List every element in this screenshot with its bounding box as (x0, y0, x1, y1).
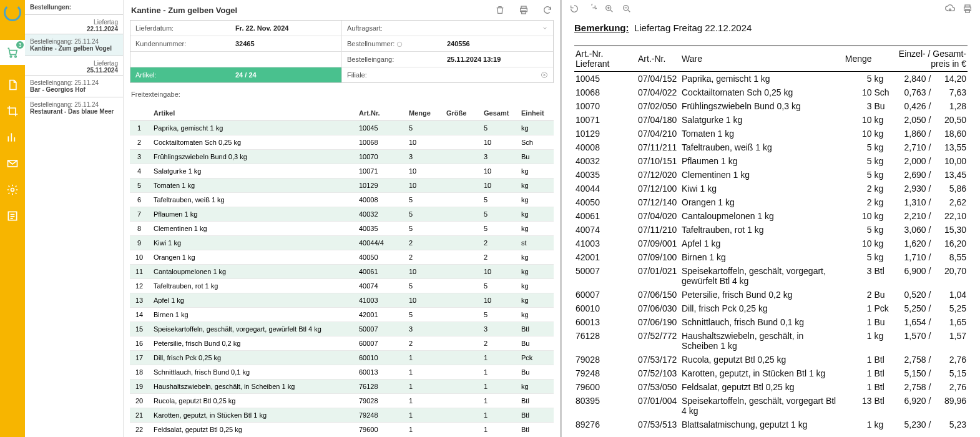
nav-rail: 3 (0, 0, 25, 437)
document-row: 4005007/12/140Orangen 1 kg2kg1,310 /2,62 (574, 195, 968, 209)
document-preview: Bemerkung: Liefertag Freitag 22.12.2024 … (562, 0, 980, 437)
crop-icon[interactable] (6, 105, 19, 117)
table-row[interactable]: 8Clementinen 1 kg4003555kg (130, 222, 554, 236)
table-row[interactable]: 1Paprika, gemischt 1 kg1004555kg (130, 121, 554, 135)
document-row: 5000707/01/021Speisekartoffeln, geschält… (574, 264, 968, 288)
table-row[interactable]: 7Pflaumen 1 kg4003255kg (130, 207, 554, 222)
bestellnummer-value: 240556 (442, 36, 553, 51)
table-row[interactable]: 9Kiwi 1 kg40044/422st (130, 236, 554, 250)
table-row[interactable]: 18Schnittlauch, frisch Bund 0,1 kg600131… (130, 365, 554, 380)
zoom-out-icon[interactable] (622, 4, 632, 14)
document-icon[interactable] (6, 79, 19, 91)
col-artikel: Artikel (149, 106, 354, 121)
cart-badge: 3 (16, 41, 24, 49)
col-artnr: Art.Nr. (354, 106, 404, 121)
app-logo-icon (4, 4, 21, 21)
order-item[interactable]: Bestelleingang: 25.11.24Bar - Georgios H… (25, 75, 123, 97)
col-idx (130, 106, 149, 121)
chevron-down-icon (542, 25, 548, 31)
line-items-table: Artikel Art.Nr. Menge Größe Gesamt Einhe… (130, 106, 554, 435)
print-preview-icon[interactable] (963, 4, 973, 14)
document-row: 1007107/04/180Salatgurke 1 kg10kg2,050 /… (574, 113, 968, 127)
print-icon[interactable] (519, 5, 529, 15)
document-row: 4006107/04/020Cantaloupmelonen 1 kg10kg2… (574, 209, 968, 223)
list-icon[interactable] (6, 210, 19, 222)
col-gesamt: Gesamt (479, 106, 516, 121)
document-row: 1012907/04/210Tomaten 1 kg10kg1,860 /18,… (574, 127, 968, 140)
document-row: 4200107/09/100Birnen 1 kg5kg1,710 /8,55 (574, 250, 968, 264)
mail-icon[interactable] (6, 157, 19, 170)
table-row[interactable]: 13Apfel 1 kg410031010kg (130, 293, 554, 308)
rotate-ccw-icon[interactable] (569, 4, 579, 14)
dcol-artnr: Art.-Nr. (637, 46, 680, 72)
nav-cart[interactable]: 3 (0, 40, 25, 65)
document-row: 6001007/06/030Dill, frisch Pck 0,25 kg1P… (574, 302, 968, 315)
document-row: 7960007/53/050Feldsalat, geputzt Btl 0,2… (574, 380, 968, 394)
gear-icon[interactable] (6, 184, 19, 196)
filiale-label: Filiale: (342, 67, 442, 82)
dcol-menge: Menge (842, 46, 873, 72)
info-icon (396, 41, 403, 47)
kundennummer-value: 32465 (230, 36, 341, 51)
document-row: 6000707/06/150Petersilie, frisch Bund 0,… (574, 288, 968, 302)
refresh-icon[interactable] (542, 5, 552, 15)
table-row[interactable]: 21Karotten, geputzt, in Stücken Btl 1 kg… (130, 408, 554, 423)
table-row[interactable]: 19Haushaltszwiebeln, geschält, in Scheib… (130, 380, 554, 394)
document-row: 4007407/11/210Tafeltrauben, rot 1 kg5kg3… (574, 223, 968, 237)
orders-header: Bestellungen: (25, 0, 123, 14)
document-row: 4004407/12/100Kiwi 1 kg2kg2,930 /5,86 (574, 182, 968, 195)
table-row[interactable]: 10Orangen 1 kg4005022kg (130, 250, 554, 265)
freitext-label[interactable]: Freitexteingabe: (131, 91, 552, 98)
order-item[interactable]: Bestelleingang: 25.11.24Kantine - Zum ge… (25, 34, 123, 56)
table-row[interactable]: 15Speisekartoffeln, geschält, vorgegart,… (130, 322, 554, 336)
document-table: Art.-Nr. Lieferant Art.-Nr. Ware Menge E… (574, 46, 968, 431)
rotate-cw-icon[interactable] (587, 4, 597, 14)
document-row: 1006807/04/022Cocktailtomaten Sch 0,25 k… (574, 86, 968, 99)
lieferdatum-label: Lieferdatum: (130, 21, 230, 36)
table-row[interactable]: 12Tafeltrauben, rot 1 kg4007455kg (130, 279, 554, 293)
col-einheit: Einheit (516, 106, 554, 121)
dcol-artnr-lieferant: Art.-Nr. Lieferant (574, 46, 637, 72)
table-row[interactable]: 2Cocktailtomaten Sch 0,25 kg100681010Sch (130, 135, 554, 150)
orders-group-header: Liefertag25.11.2024 (25, 56, 123, 75)
chart-icon[interactable] (6, 131, 19, 144)
trash-icon[interactable] (495, 5, 505, 15)
document-row: 7902807/53/172Rucola, geputzt Btl 0,25 k… (574, 353, 968, 366)
table-row[interactable]: 22Feldsalat, geputzt Btl 0,25 kg7960011B… (130, 423, 554, 435)
order-title: Kantine - Zum gelben Vogel (131, 6, 237, 15)
document-row: 7924807/52/103Karotten, geputzt, in Stüc… (574, 366, 968, 380)
document-row: 1004507/04/152Paprika, gemischt 1 kg5kg2… (574, 72, 968, 86)
document-row: 6001307/06/190Schnittlauch, frisch Bund … (574, 315, 968, 329)
auftragsart-select[interactable] (442, 21, 553, 36)
document-remark: Bemerkung: Liefertag Freitag 22.12.2024 (574, 22, 968, 33)
order-item[interactable]: Bestelleingang: 25.11.24Restaurant - Das… (25, 97, 123, 119)
lieferdatum-value[interactable]: Fr. 22. Nov. 2024 (230, 21, 341, 36)
table-row[interactable]: 4Salatgurke 1 kg100711010kg (130, 164, 554, 179)
table-row[interactable]: 3Frühlingszwiebeln Bund 0,3 kg1007033Bu (130, 150, 554, 164)
bestelleingang-label: Bestelleingang: (342, 52, 442, 67)
col-groesse: Größe (441, 106, 479, 121)
document-row: 4003207/10/151Pflaumen 1 kg5kg2,000 /10,… (574, 154, 968, 168)
zoom-in-icon[interactable] (604, 4, 614, 14)
cloud-download-icon[interactable] (945, 4, 955, 14)
filiale-select[interactable] (442, 67, 553, 82)
document-row: 4000807/11/211Tafeltrauben, weiß 1 kg5kg… (574, 140, 968, 154)
table-row[interactable]: 17Dill, frisch Pck 0,25 kg6001011Pck (130, 351, 554, 365)
table-row[interactable]: 5Tomaten 1 kg101291010kg (130, 179, 554, 193)
document-row: 7612807/52/772Haushaltszwiebeln, geschäl… (574, 329, 968, 353)
auftragsart-label: Auftragsart: (342, 21, 442, 36)
document-row: 4003507/12/020Clementinen 1 kg5kg2,690 /… (574, 168, 968, 182)
table-row[interactable]: 16Petersilie, frisch Bund 0,2 kg6000722B… (130, 336, 554, 351)
svg-point-3 (11, 189, 14, 192)
table-row[interactable]: 6Tafeltrauben, weiß 1 kg4000855kg (130, 193, 554, 207)
table-row[interactable]: 20Rucola, geputzt Btl 0,25 kg7902811Btl (130, 394, 554, 408)
svg-point-1 (15, 56, 17, 57)
svg-point-0 (10, 56, 12, 57)
artikel-count-value: 24 / 24 (230, 67, 341, 82)
table-row[interactable]: 11Cantaloupmelonen 1 kg400611010kg (130, 265, 554, 279)
bestellnummer-label: Bestellnummer: (342, 36, 442, 51)
table-row[interactable]: 14Birnen 1 kg4200155kg (130, 308, 554, 322)
orders-group-header: Liefertag22.11.2024 (25, 14, 123, 34)
cart-icon (6, 46, 19, 59)
document-row: 1007007/02/050Frühlingszwiebeln Bund 0,3… (574, 99, 968, 113)
